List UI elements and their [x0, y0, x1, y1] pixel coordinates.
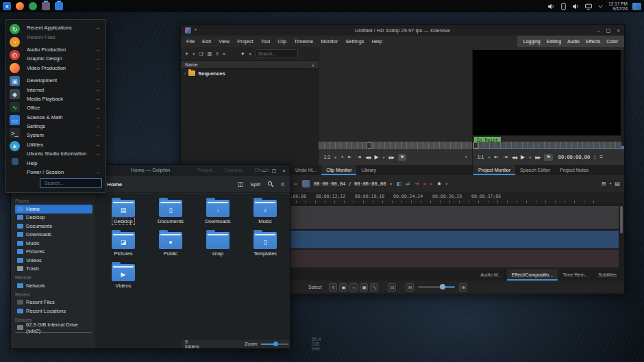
breadcrumb[interactable]: Home [107, 181, 122, 188]
timecode-spinner[interactable]: ▴▾ [594, 155, 595, 160]
firefox-panel-icon[interactable] [16, 2, 24, 10]
grid-icon[interactable]: ▤ [615, 181, 620, 187]
dock-tab[interactable]: Audio M... [475, 269, 507, 281]
rewind-icon[interactable]: ◀◀ [512, 155, 517, 159]
file-manager-icon[interactable]: ▭ [10, 115, 20, 125]
timecode-dropdown-icon[interactable]: ▾ [390, 181, 392, 186]
menu-category-item[interactable]: Help [25, 158, 101, 167]
menubar-item[interactable]: Project [237, 38, 253, 44]
delete-icon[interactable]: ▥ [208, 51, 212, 57]
favorite-effects-icon[interactable]: ★ [436, 181, 441, 187]
video-thumbnails-icon[interactable]: ▣ [339, 283, 347, 292]
menu-category-item[interactable]: System → [25, 131, 101, 140]
menu-category-item[interactable]: Office → [25, 103, 101, 112]
zoom-level[interactable]: 1:1 [478, 155, 484, 159]
play-dropdown-icon[interactable]: ▾ [529, 155, 531, 159]
menu-category-item[interactable]: Video Production → [25, 64, 101, 73]
folder-item[interactable]: ◪ Pictures [101, 230, 146, 262]
view-mode-icon[interactable]: ≡ [223, 51, 225, 56]
kdenlive-titlebar[interactable]: * Untitled / HD 1080p 29.97 fps — Kdenli… [181, 25, 624, 36]
audio-thumbnails-icon[interactable]: ↔ [349, 283, 358, 292]
menu-category-item[interactable]: Audio Production → [25, 45, 101, 54]
places-item[interactable]: Music [15, 239, 92, 248]
set-in-point-icon[interactable]: ⇤ [494, 154, 499, 160]
snap-icon[interactable]: ╲ [370, 283, 378, 292]
timeline-timecodes[interactable]: 00:00:00,04 / 00:00:00,00 [314, 181, 386, 187]
menu-category-item[interactable]: Ubuntu Studio Information → [25, 149, 101, 158]
expand-icon[interactable]: › [184, 71, 186, 76]
marker-button[interactable]: ⚑ [544, 154, 552, 161]
menu-category-item[interactable]: Science & Math → [25, 113, 101, 122]
add-clip-dropdown-icon[interactable]: ▾ [193, 51, 195, 56]
menubar-item[interactable]: Monitor [321, 38, 338, 44]
places-item[interactable]: Desktop [15, 214, 92, 222]
menubar-item[interactable]: Help [371, 38, 382, 44]
dock-tab[interactable]: Project Monitor [473, 165, 515, 175]
recent-files-icon[interactable]: ◔ [10, 37, 20, 47]
places-item[interactable]: Trash [15, 265, 92, 274]
preview-dropdown-icon[interactable]: ▾ [609, 181, 611, 187]
dock-tab[interactable]: Time Rem... [558, 269, 593, 281]
set-in-point-icon[interactable]: ⇤ [348, 154, 353, 160]
pinned-app-icon[interactable] [12, 158, 18, 165]
monitor-menu-icon[interactable]: ≡ [599, 154, 603, 160]
task-dolphin-icon[interactable] [55, 2, 63, 10]
hamburger-menu-icon[interactable]: ≡ [281, 181, 284, 188]
device-icon[interactable] [560, 3, 567, 10]
folder-item[interactable]: ▯ Templates [243, 230, 288, 262]
maximize-button[interactable]: ◻ [272, 168, 277, 174]
volume2-icon[interactable] [572, 3, 580, 10]
menu-search-box[interactable] [40, 178, 102, 188]
app-menu-launcher-icon[interactable]: ∗ [3, 2, 11, 10]
lift-icon[interactable]: ◂ [423, 181, 425, 187]
task-kdenlive-icon[interactable] [42, 2, 50, 10]
more-controls-icon[interactable]: › [465, 154, 467, 160]
folder-item[interactable]: ↓ Downloads [195, 198, 240, 230]
overwrite-icon[interactable]: ▸ [430, 181, 432, 187]
menu-category-item[interactable]: Recent Applications → [25, 23, 101, 32]
gimp-icon[interactable]: ◆ [10, 89, 20, 99]
places-item[interactable]: Downloads [15, 231, 92, 240]
menubar-item[interactable]: View [219, 38, 230, 44]
menu-category-item[interactable]: Utilities → [25, 140, 101, 149]
places-item[interactable]: Pictures [15, 248, 92, 257]
recent-applications-icon[interactable]: ↻ [10, 24, 20, 34]
filter-dropdown-icon[interactable]: ▾ [249, 51, 251, 56]
panel-widget-icon[interactable] [632, 3, 641, 10]
menu-category-item[interactable]: Graphic Design → [25, 54, 101, 63]
folder-view[interactable]: ▤ Desktop ▯ Documents [95, 194, 290, 348]
terminal-icon[interactable]: >_ [10, 128, 20, 138]
bin-item-sequences[interactable]: › Sequences [181, 68, 318, 78]
close-button[interactable]: × [282, 168, 286, 174]
create-folder-icon[interactable]: ❏ [199, 51, 203, 57]
add-marker-button[interactable]: + [340, 154, 344, 160]
folder-item[interactable]: snap [195, 230, 240, 262]
zoom-level[interactable]: 1:1 [323, 155, 330, 159]
video-preview[interactable] [473, 50, 621, 135]
workspace-button[interactable]: Color [606, 39, 618, 44]
folder-item[interactable]: ▯ Documents [148, 198, 193, 230]
menu-category-item[interactable]: Recent Files [25, 32, 101, 41]
ubuntu-studio-icon[interactable]: ∗ [10, 141, 20, 151]
close-button[interactable]: × [617, 27, 620, 34]
set-out-point-icon[interactable]: ⇥ [357, 154, 362, 160]
firefox-icon[interactable] [10, 63, 20, 73]
zoom-in-icon[interactable]: ⊞ [459, 283, 467, 292]
preview-render-icon[interactable]: ⊞ [602, 181, 606, 187]
minimize-button[interactable]: – [597, 27, 599, 34]
folder-item[interactable]: ● Public [148, 230, 193, 262]
insert-zone-icon[interactable]: ⇄ [406, 181, 410, 187]
workspace-button[interactable]: Editing [547, 39, 561, 44]
display-icon[interactable] [584, 3, 593, 10]
photo-app-icon[interactable]: ▣ [10, 76, 20, 86]
timeline-zoom-slider[interactable] [418, 286, 455, 288]
more-toolbar-icon[interactable]: › [446, 181, 448, 187]
expand-tray-icon[interactable] [597, 3, 604, 10]
menubar-item[interactable]: File [186, 38, 195, 44]
menu-category-item[interactable]: Power / Session → [25, 168, 101, 177]
dock-tab[interactable]: Clip Monitor [321, 165, 356, 175]
maximize-button[interactable]: ◻ [606, 27, 611, 34]
timeline-scrollbar[interactable] [620, 206, 623, 233]
places-item[interactable]: Recent Locations [15, 307, 92, 315]
zoom-dropdown-icon[interactable]: ▾ [334, 155, 336, 159]
